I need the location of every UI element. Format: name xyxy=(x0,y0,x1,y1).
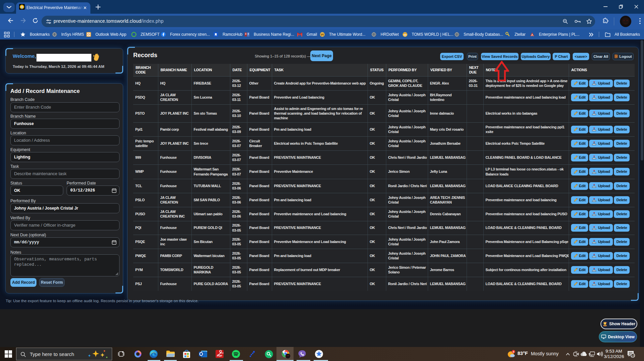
svg-text:4: 4 xyxy=(513,350,514,353)
svg-text:PDF: PDF xyxy=(217,354,222,357)
svg-text:13: 13 xyxy=(631,354,635,357)
